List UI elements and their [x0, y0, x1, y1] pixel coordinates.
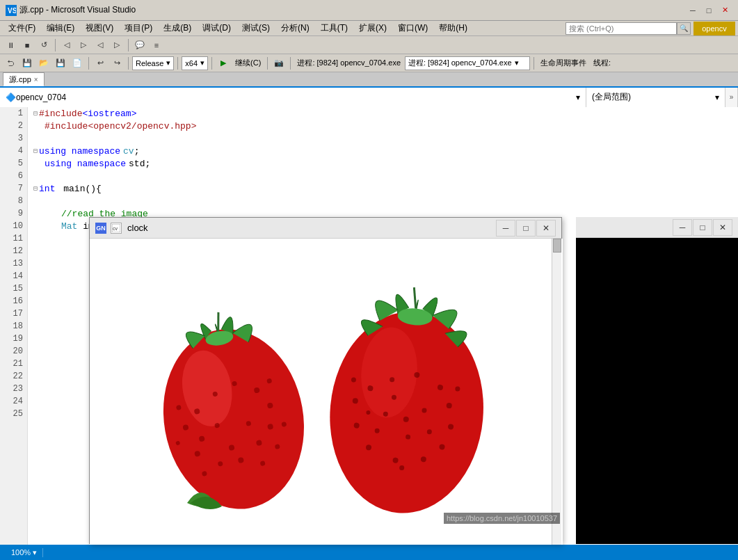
tab-source[interactable]: 源.cpp ×: [3, 72, 45, 86]
debug-toolbar: ⏸ ■ ↺ ◁ ▷ ◁ ▷ 💬 ≡: [0, 36, 738, 54]
search-button[interactable]: 🔍: [677, 22, 691, 35]
minimize-btn[interactable]: ─: [685, 3, 700, 17]
menu-view[interactable]: 视图(V): [80, 21, 119, 35]
menu-analyze[interactable]: 分析(N): [275, 21, 315, 35]
file-nav-dropdown[interactable]: 🔷 opencv_0704 ▾: [0, 88, 586, 107]
search-input[interactable]: [565, 22, 677, 35]
opencv-icon-text: GN: [96, 225, 106, 232]
file-nav-chevron: ▾: [576, 93, 580, 102]
process-dropdown[interactable]: 进程: [9824] opencv_0704.exe ▾: [405, 56, 530, 70]
menu-edit[interactable]: 编辑(E): [41, 21, 80, 35]
sep1: [55, 39, 56, 51]
menu-build[interactable]: 生成(B): [158, 21, 197, 35]
collapse-icon-1[interactable]: ⊟: [33, 109, 38, 118]
scope-nav-chevron: ▾: [715, 93, 719, 102]
opencv-close-btn[interactable]: ✕: [536, 220, 556, 237]
status-zoom[interactable]: 100% ▾: [6, 548, 43, 557]
back-btn[interactable]: ◁: [59, 38, 74, 52]
strawberry-svg: [90, 239, 563, 545]
line-num-24: 24: [0, 395, 27, 408]
line-num-7: 7: [0, 182, 27, 195]
save-btn[interactable]: 💾: [53, 56, 68, 70]
black-window-titlebar: ─ □ ✕: [576, 217, 738, 238]
process-label: 进程: [9824] opencv_0704.exe: [297, 58, 401, 68]
zoom-chevron: ▾: [33, 548, 37, 557]
line-num-4: 4: [0, 145, 27, 157]
csdn-watermark: https://blog.csdn.net/jn10010537: [444, 513, 560, 524]
pause-btn[interactable]: ⏸: [3, 38, 18, 52]
undo2-btn[interactable]: ↩: [93, 56, 108, 70]
opencv-window: GN cv clock ─ □ ✕: [89, 217, 562, 544]
restart-btn[interactable]: ↺: [36, 38, 51, 52]
platform-label: x64: [185, 59, 198, 67]
code-token: using namespacestd;: [45, 159, 150, 169]
code-line-6: [28, 170, 738, 182]
menu-test[interactable]: 测试(S): [236, 21, 275, 35]
thread-label: 线程:: [593, 58, 611, 68]
redo2-btn[interactable]: ↪: [109, 56, 125, 70]
play-btn[interactable]: ▶: [216, 56, 231, 70]
line-num-11: 11: [0, 232, 27, 245]
comment-btn[interactable]: 💬: [132, 38, 147, 52]
nav-bar: 🔷 opencv_0704 ▾ (全局范围) ▾ »: [0, 88, 738, 107]
collapse-icon-4[interactable]: ⊟: [33, 147, 38, 155]
stop-btn[interactable]: ■: [19, 38, 35, 52]
process-chevron: ▾: [515, 58, 519, 67]
bw-close-btn[interactable]: ✕: [713, 219, 732, 236]
close-btn[interactable]: ✕: [717, 3, 732, 17]
snapshot-btn[interactable]: 📷: [271, 56, 287, 70]
line-num-19: 19: [0, 333, 27, 345]
file-nav-label: 🔷: [6, 93, 16, 102]
open-btn[interactable]: 📂: [36, 56, 51, 70]
code-token: cv: [123, 146, 134, 157]
line-num-25: 25: [0, 408, 27, 420]
code-line-5: using namespacestd;: [28, 157, 738, 170]
vs-icon: VS: [6, 5, 17, 16]
undo-btn[interactable]: ⮌: [3, 56, 18, 70]
app-badge: opencv: [693, 22, 735, 35]
tab-close[interactable]: ×: [34, 76, 38, 83]
strawberry-image-area: https://blog.csdn.net/jn10010537: [90, 239, 563, 545]
platform-chevron: ▾: [200, 58, 204, 67]
maximize-btn[interactable]: □: [701, 3, 716, 17]
fwd-btn[interactable]: ▷: [76, 38, 91, 52]
line-num-17: 17: [0, 307, 27, 320]
title-bar: VS 源.cpp - Microsoft Visual Studio ─ □ ✕: [0, 0, 738, 21]
collapse-icon-7[interactable]: ⊟: [33, 184, 38, 193]
run-toolbar: ⮌ 💾 📂 💾 📄 ↩ ↪ Release ▾ x64 ▾ ▶ 继续(C) 📷 …: [0, 54, 738, 72]
menu-extensions[interactable]: 扩展(X): [353, 21, 392, 35]
code-line-4: ⊟using namespacecv;: [28, 145, 738, 157]
code-line-1: ⊟#include<iostream>: [28, 107, 738, 120]
new-btn[interactable]: 📄: [70, 56, 85, 70]
sep8: [290, 57, 291, 70]
menu-window[interactable]: 窗口(W): [392, 21, 433, 35]
bw-minimize-btn[interactable]: ─: [673, 219, 692, 236]
opencv-scrollbar-thumb[interactable]: [553, 239, 561, 253]
line-num-18: 18: [0, 320, 27, 333]
line-num-16: 16: [0, 295, 27, 307]
back2-btn[interactable]: ◁: [93, 38, 108, 52]
opencv-minimize-btn[interactable]: ─: [496, 220, 515, 237]
menu-help[interactable]: 帮助(H): [433, 21, 473, 35]
nav-extra-btn[interactable]: »: [725, 88, 738, 107]
bw-maximize-btn[interactable]: □: [693, 219, 712, 236]
fwd2-btn[interactable]: ▷: [109, 38, 125, 52]
code-token: main(){: [58, 184, 101, 194]
menu-debug[interactable]: 调试(D): [197, 21, 236, 35]
opencv-maximize-btn[interactable]: □: [516, 220, 536, 237]
menu-tools[interactable]: 工具(T): [315, 21, 353, 35]
format-btn[interactable]: ≡: [149, 38, 164, 52]
menu-file[interactable]: 文件(F): [3, 21, 41, 35]
line-num-23: 23: [0, 383, 27, 395]
line-num-13: 13: [0, 257, 27, 270]
save-all-btn[interactable]: 💾: [19, 56, 35, 70]
sep4: [128, 57, 129, 70]
menu-project[interactable]: 项目(P): [119, 21, 158, 35]
svg-text:cv: cv: [113, 226, 118, 231]
svg-rect-4: [90, 239, 563, 545]
opencv-scrollbar[interactable]: [552, 239, 561, 545]
scope-nav-dropdown[interactable]: (全局范围) ▾: [586, 88, 725, 107]
platform-dropdown[interactable]: x64 ▾: [182, 56, 208, 70]
line-num-20: 20: [0, 345, 27, 358]
config-dropdown[interactable]: Release ▾: [132, 56, 174, 70]
